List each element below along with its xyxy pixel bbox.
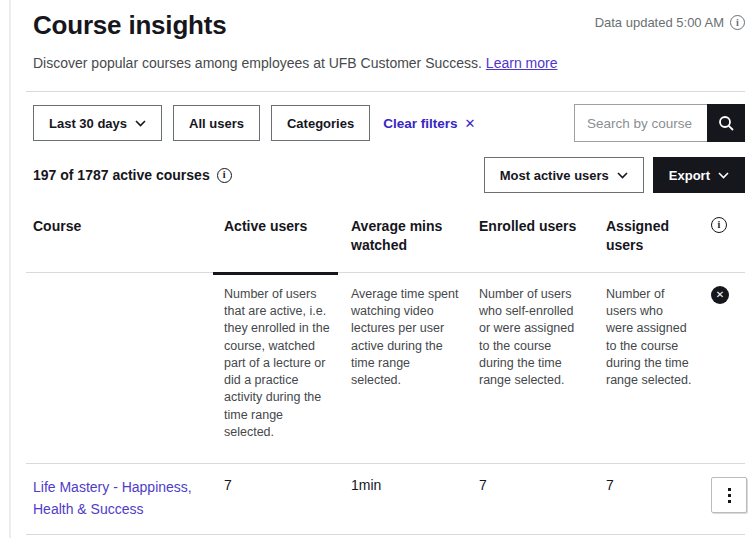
- column-header-info: i: [711, 217, 747, 255]
- table-header-row: Course Active users Average mins watched…: [26, 217, 745, 273]
- clear-filters-label: Clear filters: [383, 116, 457, 131]
- column-header-active-users[interactable]: Active users: [224, 217, 351, 255]
- close-icon: ✕: [464, 116, 475, 131]
- info-icon[interactable]: i: [217, 168, 232, 183]
- close-icon: ✕: [716, 290, 724, 300]
- column-descriptions-row: Number of users that are active, i.e. th…: [26, 273, 745, 464]
- description-actions: ✕: [711, 286, 748, 441]
- column-header-active-users-label: Active users: [224, 218, 307, 234]
- close-descriptions-button[interactable]: ✕: [711, 286, 729, 304]
- description-assigned-users: Number of users who were assigned to the…: [606, 286, 711, 441]
- sort-active-column-indicator: [213, 272, 338, 275]
- course-link[interactable]: Life Mastery - Happiness, Health & Succe…: [26, 477, 211, 520]
- row-menu-button[interactable]: [711, 477, 747, 513]
- active-courses-count-text: 197 of 1787 active courses: [33, 167, 210, 183]
- column-header-course[interactable]: Course: [26, 217, 224, 255]
- clear-filters-button[interactable]: Clear filters ✕: [383, 116, 475, 131]
- categories-filter-button[interactable]: Categories: [271, 105, 370, 141]
- column-header-assigned-users[interactable]: Assigned users: [606, 217, 711, 255]
- learn-more-link[interactable]: Learn more: [486, 55, 558, 71]
- export-label: Export: [669, 168, 710, 183]
- description-enrolled-users: Number of users who self-enrolled or wer…: [479, 286, 606, 441]
- date-range-filter-button[interactable]: Last 30 days: [33, 105, 162, 141]
- subtitle-text: Discover popular courses among employees…: [33, 55, 482, 71]
- page-title: Course insights: [22, 10, 226, 41]
- all-users-label: All users: [189, 116, 244, 131]
- categories-label: Categories: [287, 116, 354, 131]
- chevron-down-icon: [617, 172, 628, 179]
- all-users-filter-button[interactable]: All users: [173, 105, 260, 141]
- sort-dropdown-button[interactable]: Most active users: [484, 157, 644, 193]
- cell-assigned-users: 7: [606, 477, 711, 520]
- chevron-down-icon: [718, 172, 729, 179]
- table-row: Life Mastery - Happiness, Health & Succe…: [26, 464, 745, 535]
- column-header-average-mins-watched[interactable]: Average mins watched: [351, 217, 479, 255]
- filter-group: Last 30 days All users Categories Clear …: [33, 105, 475, 141]
- date-range-label: Last 30 days: [49, 116, 127, 131]
- column-header-enrolled-users[interactable]: Enrolled users: [479, 217, 606, 255]
- filter-bar: Last 30 days All users Categories Clear …: [22, 104, 745, 142]
- sort-dropdown-label: Most active users: [500, 168, 609, 183]
- search: [574, 104, 745, 142]
- controls-group: Most active users Export: [484, 157, 745, 193]
- header: Course insights Data updated 5:00 AM i: [22, 10, 745, 41]
- courses-table: Course Active users Average mins watched…: [26, 217, 745, 538]
- description-course-empty: [26, 286, 224, 441]
- search-input[interactable]: [574, 104, 707, 142]
- info-icon[interactable]: i: [711, 217, 727, 233]
- content: Course insights Data updated 5:00 AM i D…: [11, 0, 750, 538]
- chevron-down-icon: [135, 120, 146, 127]
- active-courses-count: 197 of 1787 active courses i: [33, 167, 232, 183]
- description-active-users: Number of users that are active, i.e. th…: [224, 286, 351, 441]
- summary-row: 197 of 1787 active courses i Most active…: [22, 157, 745, 193]
- course-insights-page: Course insights Data updated 5:00 AM i D…: [0, 0, 750, 538]
- info-icon[interactable]: i: [730, 15, 745, 30]
- header-divider: [26, 91, 745, 92]
- cell-average-mins-watched: 1min: [351, 477, 479, 520]
- export-button[interactable]: Export: [653, 157, 745, 193]
- data-updated-text: Data updated 5:00 AM: [595, 15, 724, 30]
- row-actions: [711, 477, 750, 520]
- cell-active-users: 7: [224, 477, 351, 520]
- cell-enrolled-users: 7: [479, 477, 606, 520]
- subtitle: Discover popular courses among employees…: [22, 55, 745, 71]
- search-button[interactable]: [707, 104, 745, 142]
- data-updated: Data updated 5:00 AM i: [595, 15, 745, 30]
- kebab-icon: [728, 488, 731, 491]
- search-icon: [718, 115, 735, 132]
- description-average-mins: Average time spent watching video lectur…: [351, 286, 479, 441]
